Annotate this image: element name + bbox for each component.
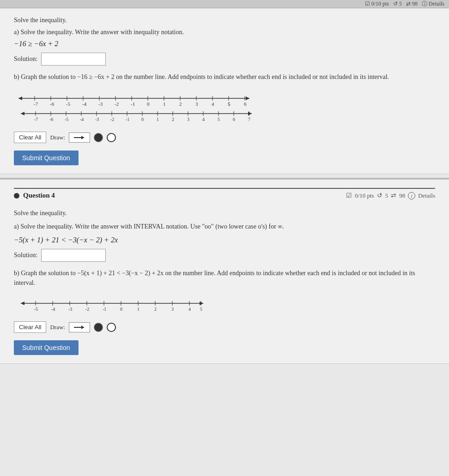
q4-redo-count: 98 (399, 192, 405, 199)
q4-solution-row: Solution: (14, 249, 435, 262)
q3-submit-button[interactable]: Submit Question (14, 151, 79, 165)
svg-text:2: 2 (172, 117, 174, 122)
q3-part-a-label: a) Solve the inequality. Write the answe… (14, 29, 435, 36)
q3-equation-a: −16 ≥ −6x + 2 (14, 40, 435, 48)
q4-number-line[interactable]: -5 -4 -3 -2 -1 0 1 2 3 4 5 (14, 295, 208, 316)
svg-text:-4: -4 (80, 117, 84, 122)
svg-text:3: 3 (171, 307, 174, 312)
svg-text:4: 4 (202, 117, 205, 122)
svg-text:-6: -6 (50, 101, 55, 107)
svg-text:1: 1 (137, 307, 140, 312)
svg-text:-7: -7 (34, 101, 38, 107)
svg-text:-3: -3 (98, 101, 103, 107)
q4-info-icon: i (408, 192, 415, 199)
q4-part-b-label: b) Graph the solution to −5(x + 1) + 21 … (14, 268, 435, 288)
q3-draw-arrow-button[interactable] (69, 133, 90, 143)
svg-text:6: 6 (233, 117, 235, 122)
svg-text:6: 6 (244, 101, 247, 107)
q3-solve-intro: Solve the inequality. (14, 17, 435, 24)
q4-solution-label: Solution: (14, 252, 37, 259)
svg-text:-5: -5 (65, 117, 68, 122)
q4-part-a-label: a) Solve the inequality. Write the answe… (14, 222, 435, 231)
q4-draw-filled-dot-button[interactable] (94, 323, 103, 332)
q4-meta: ☑ 0/10 pts ↺ 5 ⇄ 98 i Details (346, 192, 435, 199)
q4-pts-label: 0/10 pts (355, 192, 374, 199)
q3-number-line-svg[interactable]: -7 -6 -5 -4 -3 -2 -1 0 1 2 3 4 5 5 6 (14, 89, 254, 108)
svg-text:3: 3 (187, 117, 189, 122)
q4-undo-icon: ↺ (377, 192, 382, 199)
svg-text:-4: -4 (51, 307, 55, 312)
svg-text:5: 5 (200, 307, 202, 312)
svg-text:1: 1 (157, 117, 159, 122)
svg-marker-1 (18, 96, 22, 100)
page-wrapper: ☑ 0/10 pts ↺ 5 ⇄ 98 ⓘ Details Solve the … (0, 0, 449, 476)
svg-text:4: 4 (212, 101, 214, 107)
q3-draw-open-circle-button[interactable] (107, 133, 116, 142)
svg-marker-2 (246, 96, 249, 100)
q3-solution-row: Solution: (14, 53, 435, 66)
question4-block: Question 4 ☑ 0/10 pts ↺ 5 ⇄ 98 i Details… (0, 180, 449, 364)
q4-label: Question 4 (14, 192, 55, 199)
svg-text:-1: -1 (126, 117, 129, 122)
svg-text:0: 0 (141, 117, 144, 122)
svg-marker-68 (21, 301, 24, 305)
svg-text:3: 3 (195, 101, 198, 107)
svg-marker-93 (81, 325, 84, 329)
question3-block: Solve the inequality. a) Solve the inequ… (0, 8, 449, 174)
q4-draw-label: Draw: (50, 324, 65, 331)
svg-text:2: 2 (179, 101, 182, 107)
q4-undo-count: 5 (385, 192, 388, 199)
q3-draw-label: Draw: (50, 134, 65, 141)
topbar-label: ☑ 0/10 pts ↺ 5 ⇄ 98 ⓘ Details (365, 0, 444, 8)
svg-text:4: 4 (188, 307, 191, 312)
svg-text:-3: -3 (68, 307, 72, 312)
q3-part-b-label: b) Graph the solution to −16 ≥ −6x + 2 o… (14, 72, 435, 82)
svg-text:5: 5 (228, 101, 231, 107)
svg-text:0: 0 (147, 101, 150, 107)
q4-details-label[interactable]: Details (418, 192, 435, 199)
svg-text:-1: -1 (131, 101, 135, 107)
svg-text:-4: -4 (82, 101, 87, 107)
svg-text:2: 2 (154, 307, 157, 312)
q3-clear-all-button[interactable]: Clear All (14, 132, 46, 143)
q3-solution-input[interactable] (41, 53, 106, 66)
q4-clear-all-button[interactable]: Clear All (14, 321, 46, 333)
q3-controls-row: Clear All Draw: (14, 132, 435, 143)
q4-header: Question 4 ☑ 0/10 pts ↺ 5 ⇄ 98 i Details (14, 188, 435, 203)
q4-number-line-area: -5 -4 -3 -2 -1 0 1 2 3 4 5 (14, 295, 435, 318)
svg-text:-1: -1 (103, 307, 106, 312)
q4-solution-input[interactable] (41, 249, 106, 262)
svg-text:-2: -2 (115, 101, 119, 107)
svg-text:-7: -7 (34, 117, 38, 122)
q4-number: Question 4 (23, 192, 55, 199)
svg-text:-2: -2 (85, 307, 89, 312)
svg-text:-6: -6 (49, 117, 53, 122)
top-bar: ☑ 0/10 pts ↺ 5 ⇄ 98 ⓘ Details (0, 0, 449, 8)
q4-solve-intro: Solve the inequality. (14, 210, 435, 217)
q3-solution-label: Solution: (14, 55, 37, 63)
svg-text:-2: -2 (110, 117, 114, 122)
svg-text:-5: -5 (66, 101, 71, 107)
q3-number-line-container: -7 -6 -5 -4 -3 -2 -1 0 1 2 3 4 5 5 6 (14, 89, 435, 114)
svg-text:-3: -3 (95, 117, 99, 122)
q3-draw-filled-dot-button[interactable] (94, 133, 103, 142)
q4-submit-button[interactable]: Submit Question (14, 340, 79, 355)
svg-text:5: 5 (218, 117, 220, 122)
q4-redo-icon: ⇄ (391, 192, 396, 199)
q4-checkbox-icon: ☑ (346, 192, 352, 199)
svg-text:7: 7 (248, 117, 250, 122)
svg-marker-69 (200, 301, 203, 305)
q4-dot (14, 193, 19, 199)
q4-controls-row: Clear All Draw: (14, 321, 435, 333)
q4-draw-arrow-button[interactable] (69, 322, 90, 332)
svg-text:0: 0 (120, 307, 122, 312)
svg-text:-5: -5 (34, 307, 38, 312)
svg-text:1: 1 (163, 101, 166, 107)
svg-marker-66 (81, 136, 84, 139)
q4-draw-open-circle-button[interactable] (107, 323, 116, 332)
q4-equation-a: −5(x + 1) + 21 < −3(−x − 2) + 2x (14, 236, 435, 244)
